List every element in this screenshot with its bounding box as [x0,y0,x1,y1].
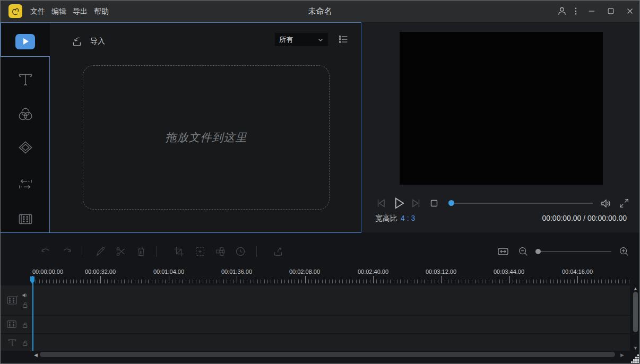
close-icon[interactable] [624,5,636,18]
previous-frame-button[interactable] [374,196,388,211]
edit-button[interactable] [94,245,108,258]
aspect-ratio-label: 宽高比 [375,214,397,222]
media-filter-dropdown[interactable]: 所有 [275,33,328,46]
minimize-icon[interactable] [585,5,598,18]
scroll-up-arrow[interactable]: ▲ [633,286,638,291]
transition-arrows-icon [16,176,34,194]
timecode: 00:00:00.00 / 00:00:00.00 [542,214,627,222]
freeze-frame-icon [194,246,206,257]
track-pip[interactable] [1,316,630,333]
menu-help[interactable]: 帮助 [89,1,114,22]
track-video-header [1,285,31,315]
export-icon [272,246,284,257]
freeze-frame-button[interactable] [193,245,207,258]
chevron-down-icon [317,37,324,43]
unlock-icon[interactable] [22,301,29,308]
ruler-label: 00:00:32.00 [85,268,116,275]
import-button[interactable]: 导入 [71,33,105,50]
maximize-icon[interactable] [604,5,617,18]
undo-icon [39,245,52,258]
redo-icon [60,245,73,258]
sidebar-tab-media[interactable] [1,29,50,54]
crop-icon [173,246,185,257]
fit-timeline-button[interactable] [496,245,510,258]
user-icon[interactable] [556,5,568,18]
sidebar-tab-elements[interactable] [1,206,50,232]
preview-panel: 宽高比4 : 3 00:00:00.00 / 00:00:00.00 [361,22,640,232]
aspect-ratio[interactable]: 宽高比4 : 3 [375,214,415,223]
filmstrip-icon [6,294,19,307]
sidebar-tab-transitions[interactable] [1,172,50,197]
mosaic-button[interactable] [213,245,227,258]
timeline-zoom-handle[interactable] [535,249,541,254]
track-video[interactable] [1,285,630,315]
ruler-label: 00:00:00.00 [32,268,63,275]
pencil-icon [95,246,107,257]
track-pip-header [1,316,31,333]
delete-button[interactable] [134,245,148,258]
sidebar-tab-overlays[interactable] [1,136,50,161]
list-view-toggle[interactable] [338,33,349,45]
scroll-left-arrow[interactable]: ◀ [34,352,38,358]
fit-width-icon [497,245,509,258]
scroll-right-arrow[interactable]: ▶ [620,352,624,358]
import-icon [71,36,83,47]
duration-button[interactable] [233,245,247,258]
preview-progress-handle[interactable] [448,200,454,206]
titlebar: 文件 编辑 导出 帮助 未命名 [1,1,639,22]
playhead-line[interactable] [32,276,33,351]
undo-button[interactable] [39,245,53,258]
ruler-ticks [32,276,630,284]
toolbar-separator [82,246,82,257]
sidebar-tab-text[interactable] [1,66,50,92]
speaker-icon[interactable] [22,292,29,299]
panel-border-top [1,22,361,23]
export-clip-button[interactable] [271,245,285,258]
list-view-icon [338,33,349,45]
text-icon [7,337,18,348]
zoom-in-icon [618,246,630,257]
media-play-icon [15,34,35,49]
panel-border-right [361,22,361,233]
scroll-down-arrow[interactable]: ▼ [633,345,638,351]
app-window: 文件 编辑 导出 帮助 未命名 [0,0,640,364]
layers-diamond-icon [16,140,34,158]
clock-icon [235,246,246,257]
next-frame-button[interactable] [409,196,423,211]
horizontal-scrollbar[interactable] [40,352,615,357]
volume-button[interactable] [599,196,613,211]
toolbar-separator [156,246,157,257]
unlock-icon[interactable] [22,340,29,346]
ruler-label: 00:03:12.00 [426,268,456,275]
timeline-ruler[interactable]: 00:00:00.00 00:00:32.00 00:01:04.00 00:0… [1,264,639,285]
timeline-zoom-slider[interactable] [535,251,611,252]
trash-icon [135,246,147,257]
panel-border-bottom [1,232,361,233]
preview-progress-slider[interactable] [449,203,593,204]
ruler-label: 00:04:16.00 [562,268,593,275]
resize-grip[interactable] [631,354,639,363]
play-button[interactable] [390,194,407,212]
redo-button[interactable] [60,245,74,258]
ruler-label: 00:01:36.00 [221,268,252,275]
zoom-in-button[interactable] [617,245,631,258]
split-button[interactable] [114,245,128,258]
stop-button[interactable] [427,196,441,210]
sidebar-tab-filters[interactable] [1,101,50,127]
crop-button[interactable] [172,245,186,258]
filmstrip-icon [16,210,34,228]
ruler-label: 00:03:44.00 [494,268,524,275]
unlock-icon[interactable] [22,322,29,328]
media-dropzone[interactable]: 拖放文件到这里 [83,65,330,210]
stop-icon [428,197,440,209]
track-text[interactable] [1,334,630,351]
next-frame-icon [410,197,422,210]
tab-border-bottom [1,56,50,57]
panel-border-left [1,22,1,57]
zoom-out-button[interactable] [516,245,530,258]
app-logo-icon [8,4,22,18]
fullscreen-button[interactable] [617,196,632,211]
scissors-icon [115,246,127,257]
vertical-scrollbar[interactable] [633,292,638,332]
kebab-menu-icon[interactable] [569,5,582,18]
